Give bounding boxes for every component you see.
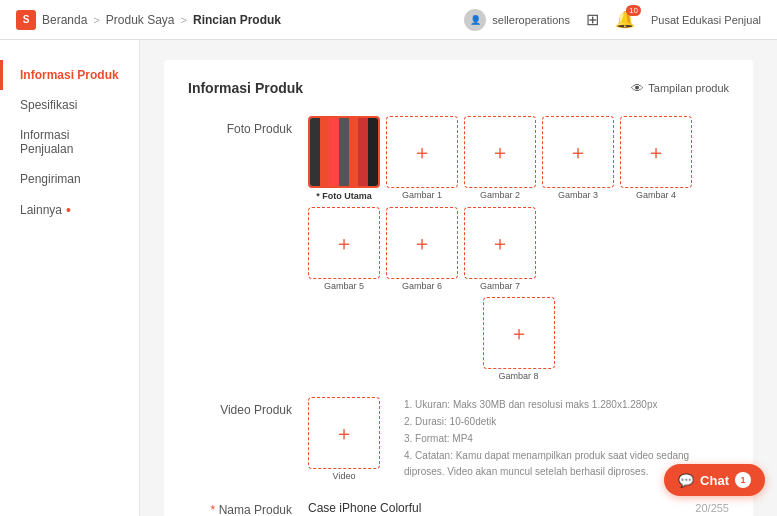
gambar-3-add[interactable]: ＋ (542, 116, 614, 188)
foto-produk-content: * Foto Utama ＋ Gambar 1 ＋ (308, 116, 729, 381)
grid-icon[interactable]: ⊞ (586, 10, 599, 29)
eye-icon: 👁 (631, 81, 644, 96)
video-hint-3: 3. Format: MP4 (404, 431, 729, 447)
plus-icon-8: ＋ (509, 320, 529, 347)
header-left: S Beranda > Produk Saya > Rincian Produk (16, 10, 281, 30)
tampilan-label: Tampilan produk (648, 82, 729, 94)
chat-button[interactable]: 💬 Chat 1 (664, 464, 765, 496)
sidebar: Informasi Produk Spesifikasi Informasi P… (0, 40, 140, 516)
gambar-5-wrapper: ＋ Gambar 5 (308, 207, 380, 291)
nama-produk-content: 20/255 (308, 497, 729, 516)
video-produk-content: ＋ Video 1. Ukuran: Maks 30MB dan resolus… (308, 397, 729, 481)
plus-icon-5: ＋ (334, 230, 354, 257)
nama-produk-count: 20/255 (695, 502, 729, 514)
header: S Beranda > Produk Saya > Rincian Produk… (0, 0, 777, 40)
gambar-8-wrapper: ＋ Gambar 8 (308, 297, 729, 381)
video-produk-label: Video Produk (188, 397, 308, 417)
gambar-2-label: Gambar 2 (480, 190, 520, 200)
gambar-3-wrapper: ＋ Gambar 3 (542, 116, 614, 201)
bell-notification[interactable]: 🔔 10 (615, 10, 635, 29)
content-area: Informasi Produk 👁 Tampilan produk Foto … (140, 40, 777, 516)
gambar-2-add[interactable]: ＋ (464, 116, 536, 188)
video-add-button[interactable]: ＋ (308, 397, 380, 469)
foto-produk-row: Foto Produk * Foto Utama (188, 116, 729, 381)
gambar-1-wrapper: ＋ Gambar 1 (386, 116, 458, 201)
gambar-3-label: Gambar 3 (558, 190, 598, 200)
video-hint-1: 1. Ukuran: Maks 30MB dan resolusi maks 1… (404, 397, 729, 413)
gambar-8-add[interactable]: ＋ (483, 297, 555, 369)
breadcrumb-current: Rincian Produk (193, 13, 281, 27)
header-right: 👤 selleroperations ⊞ 🔔 10 Pusat Edukasi … (464, 9, 761, 31)
gambar-6-wrapper: ＋ Gambar 6 (386, 207, 458, 291)
breadcrumb-sep-1: > (93, 14, 99, 26)
gambar-7-label: Gambar 7 (480, 281, 520, 291)
seller-name: selleroperations (492, 14, 570, 26)
photo-grid: * Foto Utama ＋ Gambar 1 ＋ (308, 116, 729, 291)
plus-icon-video: ＋ (334, 420, 354, 447)
shopee-logo: S (16, 10, 36, 30)
sidebar-item-pengiriman[interactable]: Pengiriman (0, 164, 139, 194)
seller-avatar: 👤 (464, 9, 486, 31)
video-hint-2: 2. Durasi: 10-60detik (404, 414, 729, 430)
chat-icon: 💬 (678, 473, 694, 488)
chat-label: Chat (700, 473, 729, 488)
plus-icon-2: ＋ (490, 139, 510, 166)
info-produk-card: Informasi Produk 👁 Tampilan produk Foto … (164, 60, 753, 516)
bell-badge: 10 (626, 5, 641, 16)
nama-produk-label: Nama Produk (188, 497, 308, 516)
gambar-5-label: Gambar 5 (324, 281, 364, 291)
main-layout: Informasi Produk Spesifikasi Informasi P… (0, 40, 777, 516)
plus-icon-1: ＋ (412, 139, 432, 166)
gambar-8-row: ＋ Gambar 8 (308, 297, 729, 381)
breadcrumb-sep-2: > (181, 14, 187, 26)
gambar-4-label: Gambar 4 (636, 190, 676, 200)
gambar-5-add[interactable]: ＋ (308, 207, 380, 279)
gambar-4-add[interactable]: ＋ (620, 116, 692, 188)
pusat-edukasi-link[interactable]: Pusat Edukasi Penjual (651, 14, 761, 26)
foto-produk-label: Foto Produk (188, 116, 308, 136)
nama-produk-input[interactable] (308, 497, 695, 516)
gambar-6-add[interactable]: ＋ (386, 207, 458, 279)
plus-icon-3: ＋ (568, 139, 588, 166)
section-title: Informasi Produk (188, 80, 303, 96)
gambar-2-wrapper: ＋ Gambar 2 (464, 116, 536, 201)
foto-utama[interactable] (308, 116, 380, 188)
nama-produk-input-wrapper: 20/255 (308, 497, 729, 516)
gambar-7-wrapper: ＋ Gambar 7 (464, 207, 536, 291)
gambar-1-add[interactable]: ＋ (386, 116, 458, 188)
sidebar-item-informasi-produk[interactable]: Informasi Produk (0, 60, 139, 90)
video-label: Video (333, 471, 356, 481)
sidebar-item-lainnya[interactable]: Lainnya (0, 194, 139, 226)
nama-produk-row: Nama Produk 20/255 (188, 497, 729, 516)
gambar-6-label: Gambar 6 (402, 281, 442, 291)
sidebar-item-spesifikasi[interactable]: Spesifikasi (0, 90, 139, 120)
breadcrumb-products[interactable]: Produk Saya (106, 13, 175, 27)
foto-utama-label: * Foto Utama (316, 191, 372, 201)
plus-icon-7: ＋ (490, 230, 510, 257)
gambar-7-add[interactable]: ＋ (464, 207, 536, 279)
video-produk-row: Video Produk ＋ Video 1. Ukuran: Maks 30M… (188, 397, 729, 481)
plus-icon-4: ＋ (646, 139, 666, 166)
plus-icon-6: ＋ (412, 230, 432, 257)
gambar-4-wrapper: ＋ Gambar 4 (620, 116, 692, 201)
section-header: Informasi Produk 👁 Tampilan produk (188, 80, 729, 96)
foto-main-img (310, 118, 378, 186)
breadcrumb-home[interactable]: Beranda (42, 13, 87, 27)
tampilan-produk-button[interactable]: 👁 Tampilan produk (631, 81, 729, 96)
video-add-wrapper: ＋ Video (308, 397, 380, 481)
sidebar-item-informasi-penjualan[interactable]: Informasi Penjualan (0, 120, 139, 164)
foto-utama-wrapper: * Foto Utama (308, 116, 380, 201)
gambar-1-label: Gambar 1 (402, 190, 442, 200)
chat-badge: 1 (735, 472, 751, 488)
gambar-8-label: Gambar 8 (498, 371, 538, 381)
